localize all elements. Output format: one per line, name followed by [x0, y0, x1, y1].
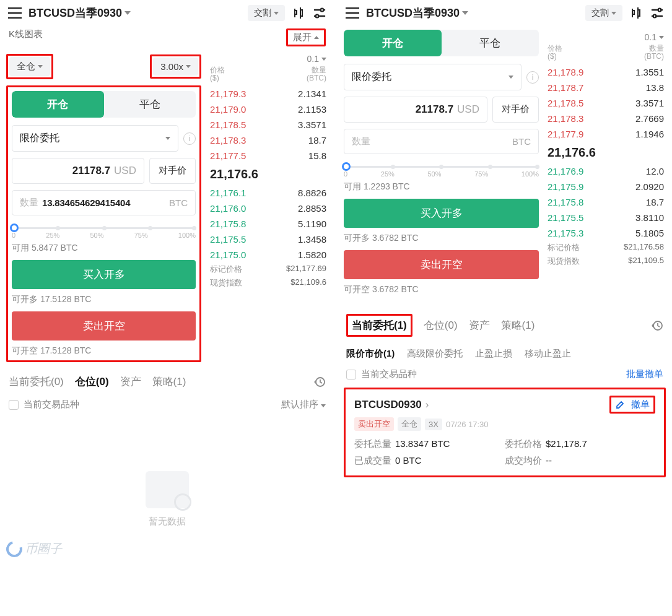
tab-close[interactable]: 平仓	[104, 91, 196, 118]
qty-input[interactable]: 数量 13.834654629415404 BTC	[12, 190, 196, 215]
order-subtabs: 限价市价(1) 高级限价委托 止盈止损 移动止盈止	[338, 342, 672, 363]
price-input[interactable]: 21178.7USD	[344, 97, 487, 123]
ob-group-select[interactable]: 0.1	[210, 51, 326, 65]
tab-strategy[interactable]: 策略(1)	[501, 318, 535, 332]
bid-row[interactable]: 21,175.01.5820	[210, 247, 326, 262]
bid-row[interactable]: 21,176.18.8826	[210, 185, 326, 201]
bottom-tabs: 当前委托(0) 仓位(0) 资产 策略(1)	[0, 362, 334, 394]
product-type-pill[interactable]: 交割	[585, 5, 622, 21]
ask-row[interactable]: 21,177.515.8	[210, 148, 326, 163]
price-input[interactable]: 21178.7USD	[12, 158, 144, 184]
subtab-trailing[interactable]: 移动止盈止	[525, 348, 571, 360]
tab-open[interactable]: 开仓	[12, 91, 104, 118]
candlestick-icon[interactable]	[629, 6, 644, 20]
bid-row[interactable]: 21,175.818.7	[548, 194, 664, 210]
candlestick-icon[interactable]	[291, 6, 306, 20]
ask-row[interactable]: 21,179.32.1341	[210, 86, 326, 102]
bid-row[interactable]: 21,175.51.3458	[210, 232, 326, 247]
order-price: 委托价格$21,178.7	[505, 438, 655, 450]
info-icon[interactable]: i	[183, 132, 196, 145]
order-symbol[interactable]: BTCUSD0930	[354, 399, 422, 411]
bulk-cancel-link[interactable]: 批量撤单	[626, 368, 663, 380]
side-badge: 卖出开空	[354, 417, 394, 431]
tab-assets[interactable]: 资产	[469, 318, 490, 332]
qty-slider[interactable]: 025%50%75%100%	[344, 160, 539, 176]
header: BTCUSD当季0930 交割	[338, 0, 672, 26]
open-order-box: BTCUSD0930 › 撤单 卖出开空 全仓 3X 07/26 17:30	[344, 388, 666, 477]
leverage-chip[interactable]: 3.00x	[153, 58, 198, 76]
index-price: 现货指数$21,109.6	[210, 276, 326, 290]
symbol-selector[interactable]: BTCUSD当季0930	[28, 6, 131, 20]
order-type-select[interactable]: 限价委托	[12, 125, 178, 152]
bottom-tabs: 当前委托(1) 仓位(0) 资产 策略(1)	[338, 295, 672, 342]
sort-select[interactable]: 默认排序	[281, 399, 326, 410]
ob-price-header: 价格 ($)	[210, 66, 225, 82]
opponent-price-button[interactable]: 对手价	[492, 97, 539, 123]
qty-input[interactable]: 数量 BTC	[344, 129, 539, 154]
ob-qty-header: 数量 (BTC)	[307, 66, 326, 82]
margin-badge: 全仓	[398, 417, 421, 431]
opponent-price-button[interactable]: 对手价	[149, 158, 196, 184]
expand-button[interactable]: 展开	[286, 28, 326, 46]
max-short: 可开空 3.6782 BTC	[344, 284, 539, 295]
ask-row[interactable]: 21,178.91.3551	[548, 64, 664, 80]
ask-row[interactable]: 21,179.02.1153	[210, 102, 326, 117]
order-type-select[interactable]: 限价委托	[344, 64, 521, 90]
history-icon[interactable]	[313, 376, 326, 388]
mid-price: 21,176.6	[548, 142, 664, 163]
settings-toggle-icon[interactable]	[650, 6, 665, 20]
tab-close[interactable]: 平仓	[442, 30, 539, 56]
ask-row[interactable]: 21,178.53.3571	[548, 95, 664, 111]
menu-icon[interactable]	[345, 6, 360, 20]
product-type-pill[interactable]: 交割	[248, 5, 285, 21]
chevron-right-icon: ›	[425, 399, 429, 411]
leverage-badge: 3X	[425, 419, 442, 430]
filter-checkbox[interactable]	[9, 400, 19, 410]
bid-row[interactable]: 21,175.85.1190	[210, 216, 326, 232]
bid-row[interactable]: 21,176.02.8853	[210, 201, 326, 216]
ask-row[interactable]: 21,178.318.7	[210, 132, 326, 148]
tab-assets[interactable]: 资产	[120, 375, 141, 389]
filter-checkbox[interactable]	[346, 370, 356, 380]
qty-slider[interactable]: 025%50%75%100%	[12, 222, 196, 238]
settings-toggle-icon[interactable]	[312, 6, 327, 20]
subtab-limit-market[interactable]: 限价市价(1)	[346, 348, 395, 360]
empty-state: 暂无数据	[0, 415, 334, 546]
index-price: 现货指数$21,109.5	[548, 254, 664, 268]
tab-positions[interactable]: 仓位(0)	[75, 375, 109, 389]
tab-orders[interactable]: 当前委托(1)	[346, 314, 412, 337]
buy-long-button[interactable]: 买入开多	[12, 260, 196, 289]
info-icon[interactable]: i	[526, 71, 539, 84]
tab-orders[interactable]: 当前委托(0)	[9, 375, 64, 389]
tab-strategy[interactable]: 策略(1)	[152, 375, 186, 389]
ask-row[interactable]: 21,178.32.7669	[548, 111, 664, 126]
order-filled: 已成交量0 BTC	[354, 455, 505, 467]
order-card: BTCUSD0930 › 撤单 卖出开空 全仓 3X 07/26 17:30	[346, 389, 664, 475]
empty-icon	[146, 471, 189, 508]
history-icon[interactable]	[651, 319, 663, 332]
subtab-advanced[interactable]: 高级限价委托	[407, 348, 463, 360]
bid-row[interactable]: 21,175.92.0920	[548, 179, 664, 194]
symbol-selector[interactable]: BTCUSD当季0930	[366, 6, 468, 20]
buy-long-button[interactable]: 买入开多	[344, 199, 539, 228]
tab-positions[interactable]: 仓位(0)	[424, 318, 458, 332]
ask-row[interactable]: 21,178.713.8	[548, 80, 664, 95]
cancel-order-link[interactable]: 撤单	[631, 399, 650, 410]
ask-row[interactable]: 21,177.91.1946	[548, 126, 664, 142]
svg-point-3	[658, 9, 661, 12]
bid-row[interactable]: 21,175.35.1805	[548, 225, 664, 241]
ask-row[interactable]: 21,178.53.3571	[210, 117, 326, 132]
margin-mode-chip[interactable]: 全仓	[9, 57, 50, 76]
subtab-tpsl[interactable]: 止盈止损	[475, 348, 512, 360]
bid-row[interactable]: 21,176.912.0	[548, 163, 664, 179]
sell-short-button[interactable]: 卖出开空	[344, 250, 539, 279]
ob-group-select[interactable]: 0.1	[548, 30, 664, 43]
tab-open[interactable]: 开仓	[344, 30, 442, 56]
svg-point-0	[321, 9, 324, 12]
mid-price: 21,176.6	[210, 163, 326, 185]
bid-row[interactable]: 21,175.53.8110	[548, 210, 664, 225]
max-long: 可开多 3.6782 BTC	[344, 233, 539, 244]
menu-icon[interactable]	[7, 6, 22, 20]
sell-short-button[interactable]: 卖出开空	[12, 311, 196, 341]
edit-order-icon[interactable]	[615, 400, 625, 410]
